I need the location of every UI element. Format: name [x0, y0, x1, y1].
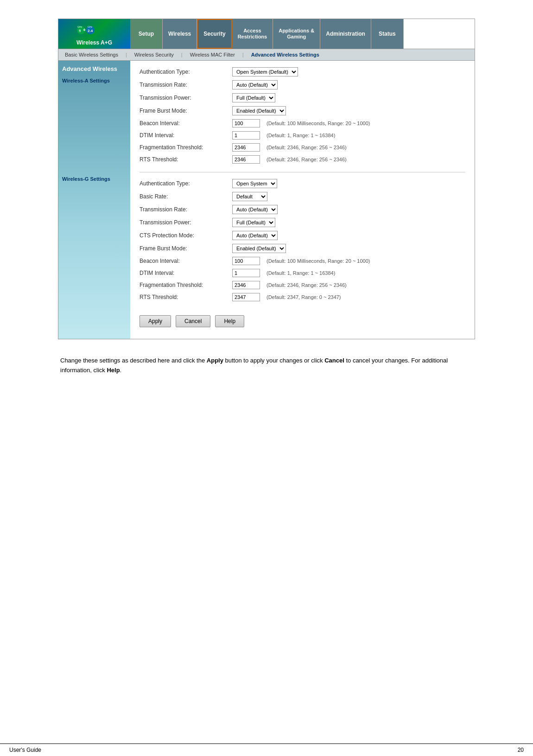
wireless-g-dtim-input[interactable] [232, 269, 260, 277]
sidebar-title: Advanced Wireless [62, 65, 127, 72]
description-before-apply: Change these settings as described here … [60, 357, 207, 364]
wireless-g-frag-control: (Default: 2346, Range: 256 ~ 2346) [232, 281, 347, 289]
wireless-g-section: Authentication Type: Open System Shared … [140, 179, 465, 301]
description-apply-bold: Apply [207, 357, 223, 364]
wireless-a-tx-power-select[interactable]: Full (Default) [232, 93, 275, 102]
wireless-g-tx-power-select[interactable]: Full (Default) [232, 218, 275, 227]
wireless-g-frag-input[interactable] [232, 281, 260, 289]
wireless-a-rts-control: (Default: 2346, Range: 256 ~ 2346) [232, 155, 347, 164]
subnav-advanced-wireless[interactable]: Advanced Wireless Settings [245, 49, 326, 60]
wireless-g-tx-power-row: Transmission Power: Full (Default) [140, 218, 465, 227]
wireless-a-section: Authentication Type: Open System (Defaul… [140, 67, 465, 164]
wireless-a-auth-control: Open System (Default) Shared Key [232, 67, 298, 76]
wireless-g-frame-burst-row: Frame Burst Mode: Enabled (Default) [140, 244, 465, 253]
wireless-a-beacon-label: Beacon Interval: [140, 120, 232, 127]
wireless-a-tx-power-label: Transmission Power: [140, 95, 232, 101]
tab-applications[interactable]: Applications &Gaming [273, 19, 320, 49]
wireless-g-frag-row: Fragmentation Threshold: (Default: 2346,… [140, 281, 465, 289]
footer-right: 20 [518, 747, 524, 753]
wireless-a-dtim-control: (Default: 1, Range: 1 ~ 16384) [232, 131, 335, 140]
wireless-g-frag-label: Fragmentation Threshold: [140, 282, 232, 288]
wireless-g-auth-select[interactable]: Open System Shared Key [232, 179, 277, 188]
top-navigation: 5 GHz 2.4 GHz + Wireless A+G Setup Wirel… [58, 19, 475, 49]
wireless-g-cts-select[interactable]: Auto (Default) [232, 231, 278, 240]
button-bar: Apply Cancel Help [140, 311, 465, 327]
wireless-g-cts-label: CTS Protection Mode: [140, 232, 232, 239]
help-button[interactable]: Help [215, 315, 244, 327]
wireless-a-rts-hint: (Default: 2346, Range: 256 ~ 2346) [266, 157, 347, 162]
description-text: Change these settings as described here … [60, 356, 473, 375]
wireless-a-rts-input[interactable] [232, 155, 260, 164]
wireless-g-tx-rate-row: Transmission Rate: Auto (Default) [140, 205, 465, 214]
apply-button[interactable]: Apply [140, 315, 171, 327]
nav-tabs: Setup Wireless Security AccessRestrictio… [130, 19, 475, 49]
svg-text:5: 5 [79, 29, 81, 33]
wireless-g-basic-rate-label: Basic Rate: [140, 193, 232, 200]
wireless-g-basic-rate-control: Default 1-2 Mbps All [232, 192, 267, 201]
wireless-g-frame-burst-select[interactable]: Enabled (Default) [232, 244, 286, 253]
wireless-a-dtim-input[interactable] [232, 131, 260, 140]
wireless-g-rts-label: RTS Threshold: [140, 294, 232, 300]
wireless-g-auth-label: Authentication Type: [140, 180, 232, 187]
subnav-wireless-security[interactable]: Wireless Security [128, 49, 180, 60]
tab-setup[interactable]: Setup [130, 19, 163, 49]
wireless-a-frag-label: Fragmentation Threshold: [140, 144, 232, 151]
svg-text:GHz: GHz [88, 25, 93, 28]
tab-wireless[interactable]: Wireless [163, 19, 197, 49]
wireless-g-auth-control: Open System Shared Key [232, 179, 277, 188]
wireless-a-tx-rate-select[interactable]: Auto (Default) [232, 80, 278, 89]
sub-navigation: Basic Wireless Settings | Wireless Secur… [58, 49, 475, 61]
tab-administration[interactable]: Administration [320, 19, 371, 49]
wireless-a-frame-burst-row: Frame Burst Mode: Enabled (Default) [140, 106, 465, 115]
wireless-a-frame-burst-select[interactable]: Enabled (Default) [232, 106, 286, 115]
wireless-a-frag-row: Fragmentation Threshold: (Default: 2346,… [140, 143, 465, 152]
wireless-a-tx-power-row: Transmission Power: Full (Default) [140, 93, 465, 102]
tab-status[interactable]: Status [371, 19, 404, 49]
wireless-a-auth-row: Authentication Type: Open System (Defaul… [140, 67, 465, 76]
svg-text:2.4: 2.4 [88, 29, 93, 33]
wireless-a-beacon-input[interactable] [232, 119, 260, 127]
section-divider [140, 172, 465, 172]
brand-name: Wireless A+G [76, 39, 112, 46]
cancel-button[interactable]: Cancel [176, 315, 210, 327]
wireless-a-frame-burst-control: Enabled (Default) [232, 106, 286, 115]
wireless-a-rts-row: RTS Threshold: (Default: 2346, Range: 25… [140, 155, 465, 164]
wireless-g-beacon-label: Beacon Interval: [140, 258, 232, 264]
wireless-g-basic-rate-row: Basic Rate: Default 1-2 Mbps All [140, 192, 465, 201]
wireless-g-tx-rate-label: Transmission Rate: [140, 206, 232, 213]
wireless-g-tx-rate-select[interactable]: Auto (Default) [232, 205, 278, 214]
tab-security[interactable]: Security [197, 19, 232, 49]
wireless-g-dtim-hint: (Default: 1, Range: 1 ~ 16384) [266, 270, 335, 276]
wireless-g-tx-rate-control: Auto (Default) [232, 205, 278, 214]
wireless-g-rts-hint: (Default: 2347, Range: 0 ~ 2347) [266, 294, 341, 300]
wireless-g-rts-control: (Default: 2347, Range: 0 ~ 2347) [232, 293, 341, 301]
description-area: Change these settings as described here … [46, 349, 487, 383]
wireless-a-dtim-row: DTIM Interval: (Default: 1, Range: 1 ~ 1… [140, 131, 465, 140]
subnav-basic-wireless[interactable]: Basic Wireless Settings [58, 49, 125, 60]
wireless-a-rts-label: RTS Threshold: [140, 156, 232, 163]
wireless-a-beacon-row: Beacon Interval: (Default: 100 Milliseco… [140, 119, 465, 127]
svg-text:+: + [83, 27, 86, 32]
left-sidebar: Advanced Wireless Wireless-A Settings Wi… [58, 61, 130, 339]
wireless-a-frag-input[interactable] [232, 143, 260, 152]
router-logo: 5 GHz 2.4 GHz + Wireless A+G [58, 19, 130, 49]
wireless-a-dtim-hint: (Default: 1, Range: 1 ~ 16384) [266, 133, 335, 138]
wireless-a-tx-rate-row: Transmission Rate: Auto (Default) [140, 80, 465, 89]
wireless-g-frag-hint: (Default: 2346, Range: 256 ~ 2346) [266, 282, 347, 288]
wireless-g-dtim-row: DTIM Interval: (Default: 1, Range: 1 ~ 1… [140, 269, 465, 277]
wireless-a-auth-select[interactable]: Open System (Default) Shared Key [232, 67, 298, 76]
description-help-bold: Help [107, 367, 120, 374]
subnav-wireless-mac-filter[interactable]: Wireless MAC Filter [184, 49, 241, 60]
wireless-g-tx-power-control: Full (Default) [232, 218, 275, 227]
wireless-a-tx-power-control: Full (Default) [232, 93, 275, 102]
wireless-g-beacon-row: Beacon Interval: (Default: 100 Milliseco… [140, 257, 465, 265]
wireless-g-dtim-control: (Default: 1, Range: 1 ~ 16384) [232, 269, 335, 277]
wireless-g-rts-input[interactable] [232, 293, 260, 301]
footer-left: User's Guide [9, 747, 41, 753]
wireless-g-beacon-input[interactable] [232, 257, 260, 265]
tab-access[interactable]: AccessRestrictions [232, 19, 273, 49]
wireless-a-tx-rate-control: Auto (Default) [232, 80, 278, 89]
wireless-g-cts-row: CTS Protection Mode: Auto (Default) [140, 231, 465, 240]
wireless-a-beacon-hint: (Default: 100 Milliseconds, Range: 20 ~ … [266, 121, 370, 126]
wireless-g-basic-rate-select[interactable]: Default 1-2 Mbps All [232, 192, 267, 201]
